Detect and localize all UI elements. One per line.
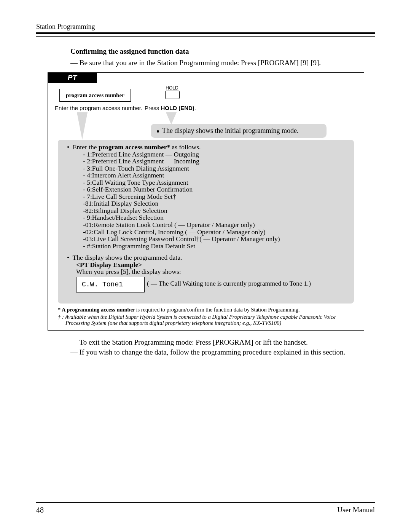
display-annotation: ( — The Call Waiting tone is currently p… (147, 280, 311, 287)
intro-line: — Be sure that you are in the Station Pr… (70, 59, 375, 67)
doc-title: User Manual (337, 506, 375, 514)
list-item: -81:Initial Display Selection (83, 200, 347, 207)
enter-pan-line: • Enter the program access number* as fo… (72, 144, 347, 151)
display-value-box: C.W. Tone1 (76, 277, 145, 292)
display-when-line: When you press [5], the display shows: (76, 268, 347, 275)
list-item: - #:Station Programming Data Default Set (83, 243, 347, 250)
list-item: -01:Remote Station Look Control ( — Oper… (83, 221, 347, 228)
step2-caption-bold: HOLD (END) (161, 105, 194, 111)
display-shows-text: The display shows the programmed data. (73, 254, 182, 261)
after-line-1: — To exit the Station Programming mode: … (70, 337, 375, 347)
pt-diagram: PT program access number Enter the progr… (48, 72, 364, 331)
footnotes: * A programming access number is require… (58, 307, 354, 326)
lead-bold: program access number* (99, 143, 170, 151)
list-item: - 1:Preferred Line Assignment — Outgoing (83, 151, 347, 158)
list-item: - 9:Handset/Headset Selection (83, 214, 347, 221)
step2-caption-pre: Press (145, 105, 161, 111)
list-item: - 5:Call Waiting Tone Type Assignment (83, 179, 347, 186)
header-section: Station Programming (36, 23, 375, 31)
list-item: - 2:Preferred Line Assignment — Incoming (83, 158, 347, 165)
page-footer: 48 User Manual (36, 502, 375, 514)
list-item: -03:Live Call Screening Password Control… (83, 235, 347, 243)
step2-caption: Press HOLD (END). (145, 105, 196, 111)
step2-caption-post: . (194, 105, 196, 111)
footnote-1-rest: r is required to program/confirm the fun… (133, 307, 300, 313)
step1-caption: Enter the program access number. (55, 105, 142, 111)
access-number-list: - 1:Preferred Line Assignment — Outgoing… (65, 151, 347, 250)
callout-initial-mode-text: The display shows the initial programmin… (162, 127, 298, 134)
display-shows-line: • The display shows the programmed data. (72, 254, 347, 261)
footnote-1-bold: * A programming access numbe (58, 307, 133, 313)
hold-label: HOLD (161, 85, 183, 91)
page-number: 48 (36, 506, 44, 514)
program-access-number-box: program access number (59, 89, 131, 102)
footnote-1: * A programming access number is require… (58, 307, 354, 313)
callout-initial-mode: The display shows the initial programmin… (151, 124, 327, 138)
pt-tab: PT (48, 72, 97, 83)
pointer-step2 (166, 112, 177, 125)
section-title: Confirming the assigned function data (70, 47, 375, 56)
list-item: - 3:Full One-Touch Dialing Assignment (83, 165, 347, 172)
after-line-2: — If you wish to change the data, follow… (70, 347, 375, 357)
list-item: -82:Bilingual Display Selection (83, 207, 347, 214)
footnote-2: † : Available when the Digital Super Hyb… (58, 314, 354, 326)
list-item: - 4:Intercom Alert Assignment (83, 172, 347, 179)
list-item: - 6:Self-Extension Number Confirmation (83, 186, 347, 193)
after-notes: — To exit the Station Programming mode: … (70, 337, 375, 357)
lead-pre: Enter the (73, 143, 99, 151)
hold-button-icon (165, 91, 180, 99)
pointer-step1 (77, 112, 88, 140)
list-item: - 7:Live Call Screening Mode Set† (83, 193, 347, 200)
list-item: -02:Call Log Lock Control, Incoming ( — … (83, 228, 347, 236)
callout-big: • Enter the program access number* as fo… (58, 140, 354, 304)
lead-post: as follows. (170, 143, 201, 151)
display-example-title: <PT Display Example> (76, 261, 347, 268)
header-rule (36, 32, 375, 37)
bullet-icon (157, 130, 159, 133)
